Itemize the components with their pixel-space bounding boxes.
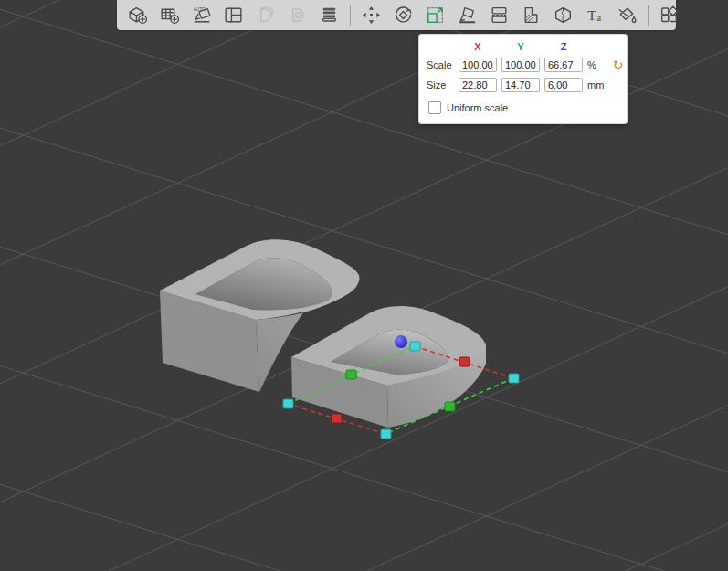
- scale-tool-panel: X Y Z Scale % ↻ Size mm Uniform scale: [418, 34, 628, 124]
- auto-orient-icon: AUTO: [190, 4, 213, 26]
- place-on-face-icon: [456, 4, 479, 26]
- text-shape-button[interactable]: T a: [580, 2, 610, 29]
- split-to-objects-button[interactable]: [250, 2, 280, 29]
- axis-y-header: Y: [501, 41, 540, 52]
- scale-z-input[interactable]: [544, 58, 583, 72]
- size-y-input[interactable]: [501, 78, 540, 92]
- gizmo-z-handle[interactable]: [395, 335, 407, 348]
- gizmo-y-handle-right[interactable]: [445, 402, 455, 411]
- move-arrows-icon: [360, 4, 383, 26]
- toolbar-separator-2: [648, 5, 649, 26]
- scale-icon: [424, 4, 447, 26]
- add-object-button[interactable]: [122, 2, 153, 29]
- seam-button[interactable]: [548, 2, 578, 29]
- gizmo-corner-handle-bottom[interactable]: [381, 429, 391, 439]
- scale-unit-label: %: [587, 59, 607, 70]
- color-paint-button[interactable]: [612, 2, 642, 29]
- split-to-parts-button[interactable]: [282, 2, 312, 29]
- rotate-icon: [392, 4, 415, 26]
- axis-z-header: Z: [544, 41, 583, 52]
- add-object-cube-icon: [126, 4, 149, 26]
- gizmo-corner-handle-left[interactable]: [283, 399, 293, 408]
- uniform-scale-label: Uniform scale: [447, 102, 508, 113]
- size-unit-label: mm: [587, 79, 607, 90]
- size-row: Size mm: [427, 78, 619, 92]
- scale-y-input[interactable]: [501, 58, 540, 72]
- layer-stack-icon: [318, 4, 341, 26]
- move-button[interactable]: [356, 2, 386, 29]
- variable-layer-height-button[interactable]: [314, 2, 344, 29]
- split-objects-d-icon: [254, 4, 277, 26]
- uniform-scale-checkbox[interactable]: [428, 101, 441, 114]
- scale-row: Scale % ↻: [427, 58, 619, 72]
- split-view-button[interactable]: [654, 2, 684, 29]
- arrange-button[interactable]: [218, 2, 248, 29]
- uniform-scale-row: Uniform scale: [428, 101, 619, 114]
- add-plate-grid-icon: [158, 4, 181, 26]
- size-x-input[interactable]: [459, 78, 497, 92]
- split-parts-d-icon: [286, 4, 309, 26]
- place-on-face-button[interactable]: [452, 2, 482, 29]
- puzzle-assembly-icon: [658, 4, 681, 26]
- svg-text:a: a: [597, 13, 602, 23]
- cut-button[interactable]: [484, 2, 514, 29]
- support-paint-button[interactable]: [516, 2, 546, 29]
- model-small-d-selected[interactable]: [291, 306, 486, 428]
- gizmo-corner-handle-right[interactable]: [509, 374, 519, 383]
- text-tool-icon: T a: [584, 4, 607, 26]
- gizmo-x-handle-top[interactable]: [459, 357, 470, 366]
- main-toolbar: AUTO: [117, 0, 676, 30]
- support-paint-icon: [520, 4, 543, 26]
- arrange-layout-icon: [222, 4, 245, 26]
- axis-header-row: X Y Z: [427, 41, 619, 52]
- cut-icon: [488, 4, 511, 26]
- size-z-input[interactable]: [544, 78, 583, 92]
- paint-bucket-icon: [616, 4, 638, 26]
- svg-text:T: T: [587, 7, 596, 23]
- axis-x-header: X: [459, 41, 497, 52]
- size-row-label: Size: [427, 79, 454, 90]
- reset-scale-icon[interactable]: ↻: [612, 59, 624, 70]
- rotate-button[interactable]: [388, 2, 418, 29]
- add-plate-button[interactable]: [154, 2, 185, 29]
- scale-button[interactable]: [420, 2, 450, 29]
- seam-cube-icon: [552, 4, 575, 26]
- gizmo-y-handle-left[interactable]: [346, 370, 356, 379]
- toolbar-separator-1: [350, 5, 351, 26]
- scale-row-label: Scale: [427, 59, 454, 70]
- gizmo-corner-handle-top[interactable]: [410, 342, 420, 351]
- auto-orient-button[interactable]: AUTO: [186, 2, 216, 29]
- gizmo-x-handle-bottom[interactable]: [332, 414, 342, 423]
- scale-x-input[interactable]: [459, 58, 497, 72]
